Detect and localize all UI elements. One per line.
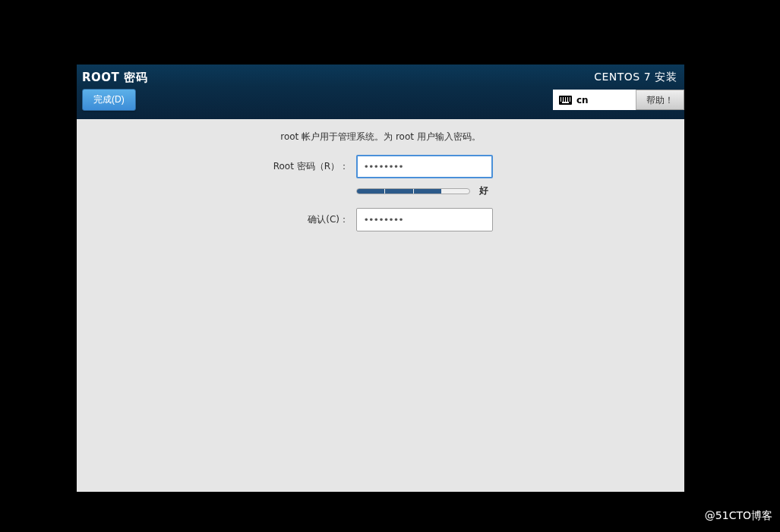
page-title: ROOT 密码 xyxy=(82,71,147,85)
installer-window: ROOT 密码 完成(D) CENTOS 7 安装 cn 帮助！ root 帐户… xyxy=(77,65,684,492)
header-right: CENTOS 7 安装 cn 帮助！ xyxy=(553,65,684,110)
strength-meter xyxy=(356,188,470,194)
header: ROOT 密码 完成(D) CENTOS 7 安装 cn 帮助！ xyxy=(77,65,684,119)
installer-name: CENTOS 7 安装 xyxy=(594,71,684,84)
strength-segment-2 xyxy=(385,189,413,194)
watermark: @51CTO博客 xyxy=(705,509,772,523)
confirm-password-input[interactable] xyxy=(356,208,493,231)
root-password-row: Root 密码（R）： xyxy=(273,155,493,178)
strength-label: 好 xyxy=(479,184,488,197)
confirm-password-row: 确认(C)： xyxy=(273,208,493,231)
root-password-label: Root 密码（R）： xyxy=(273,160,356,173)
description-text: root 帐户用于管理系统。为 root 用户输入密码。 xyxy=(77,131,684,143)
keyboard-layout: cn xyxy=(576,95,589,105)
header-left: ROOT 密码 完成(D) xyxy=(77,65,147,111)
strength-segment-4 xyxy=(442,189,469,194)
keyboard-indicator[interactable]: cn xyxy=(553,90,636,110)
done-button[interactable]: 完成(D) xyxy=(82,89,136,111)
header-toolbar: cn 帮助！ xyxy=(553,90,684,110)
root-password-input[interactable] xyxy=(356,155,493,178)
password-form: Root 密码（R）： 好 确认(C)： xyxy=(273,155,684,238)
strength-segment-1 xyxy=(357,189,385,194)
help-button[interactable]: 帮助！ xyxy=(636,90,684,110)
keyboard-icon xyxy=(559,96,572,105)
main-content: root 帐户用于管理系统。为 root 用户输入密码。 Root 密码（R）：… xyxy=(77,119,684,249)
strength-segment-3 xyxy=(414,189,442,194)
strength-row: 好 xyxy=(356,184,488,197)
confirm-password-label: 确认(C)： xyxy=(273,213,356,226)
